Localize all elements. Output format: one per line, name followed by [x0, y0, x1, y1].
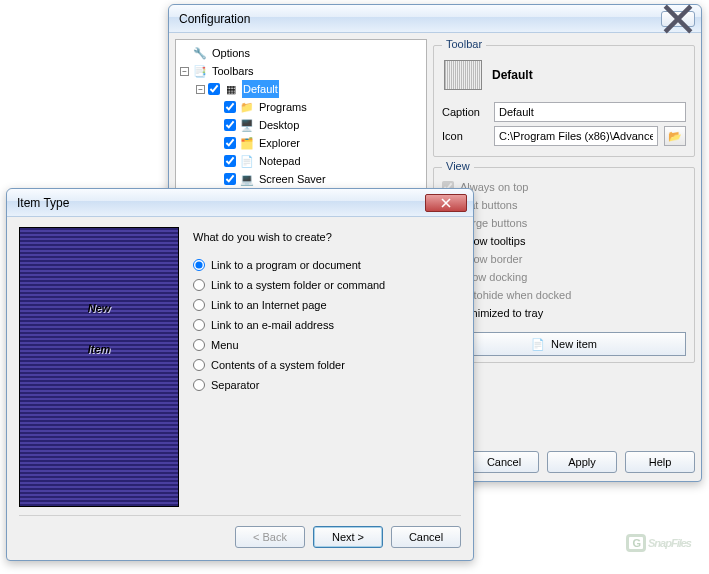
wizard-body: New Item What do you wish to create? Lin…: [7, 217, 473, 515]
radio[interactable]: [193, 259, 205, 271]
tree-checkbox[interactable]: [224, 137, 236, 149]
view-label: Autohide when docked: [460, 286, 571, 304]
radio-label: Menu: [211, 335, 239, 355]
view-flat-buttons: Flat buttons: [442, 196, 686, 214]
icon-label: Icon: [442, 130, 488, 142]
new-item-icon: 📄: [531, 338, 545, 351]
toolbar-group: Toolbar Default Caption Icon 📂: [433, 45, 695, 157]
radio[interactable]: [193, 359, 205, 371]
cancel-button[interactable]: Cancel: [469, 451, 539, 473]
watermark-text: SnapFiles: [648, 537, 691, 549]
tree-checkbox[interactable]: [224, 173, 236, 185]
toolbar-preview: Default: [442, 54, 686, 98]
radio[interactable]: [193, 279, 205, 291]
radio-label: Link to an e-mail address: [211, 315, 334, 335]
separator-line: [19, 515, 461, 516]
options-icon: 🔧: [192, 45, 208, 61]
caption-label: Caption: [442, 106, 488, 118]
desktop-icon: 🖥️: [239, 117, 255, 133]
view-min-tray[interactable]: Minimized to tray: [442, 304, 686, 322]
toolbars-icon: 📑: [192, 63, 208, 79]
toolbar-name: Default: [492, 68, 533, 82]
tree-node-toolbars[interactable]: − 📑 Toolbars: [180, 62, 424, 80]
next-button[interactable]: Next >: [313, 526, 383, 548]
tree-node-default[interactable]: − ▦ Default: [196, 80, 424, 98]
option-link-internet[interactable]: Link to an Internet page: [193, 295, 461, 315]
radio-label: Link to a program or document: [211, 255, 361, 275]
radio-label: Contents of a system folder: [211, 355, 345, 375]
folder-open-icon: 📂: [668, 130, 682, 143]
tree-label: Screen Saver: [258, 170, 327, 188]
tree-label-selected: Default: [242, 80, 279, 98]
close-icon: [662, 3, 694, 35]
option-menu[interactable]: Menu: [193, 335, 461, 355]
new-item-label: New item: [551, 338, 597, 350]
wizard-title: Item Type: [17, 196, 425, 210]
option-link-sysfolder[interactable]: Link to a system folder or command: [193, 275, 461, 295]
tree-label: Desktop: [258, 116, 300, 134]
help-button[interactable]: Help: [625, 451, 695, 473]
back-button: < Back: [235, 526, 305, 548]
new-item-button[interactable]: 📄 New item: [442, 332, 686, 356]
tree-node-options[interactable]: 🔧 Options: [180, 44, 424, 62]
apply-button[interactable]: Apply: [547, 451, 617, 473]
config-close-button[interactable]: [661, 11, 695, 27]
notepad-icon: 📄: [239, 153, 255, 169]
tree-collapse-icon[interactable]: −: [196, 85, 205, 94]
view-show-tooltips[interactable]: Show tooltips: [442, 232, 686, 250]
screensaver-icon: 💻: [239, 171, 255, 187]
banner-line: New: [88, 302, 111, 314]
tree-label: Options: [211, 44, 251, 62]
option-separator[interactable]: Separator: [193, 375, 461, 395]
view-large-buttons: Large buttons: [442, 214, 686, 232]
icon-path-input[interactable]: [494, 126, 658, 146]
tree-checkbox[interactable]: [208, 83, 220, 95]
radio-label: Link to an Internet page: [211, 295, 327, 315]
option-link-email[interactable]: Link to an e-mail address: [193, 315, 461, 335]
radio[interactable]: [193, 319, 205, 331]
cancel-button[interactable]: Cancel: [391, 526, 461, 548]
tree-checkbox[interactable]: [224, 119, 236, 131]
option-contents[interactable]: Contents of a system folder: [193, 355, 461, 375]
view-show-border: Show border: [442, 250, 686, 268]
item-type-window: Item Type New Item What do you wish to c…: [6, 188, 474, 561]
option-link-program[interactable]: Link to a program or document: [193, 255, 461, 275]
view-always-on-top: Always on top: [442, 178, 686, 196]
explorer-icon: 🗂️: [239, 135, 255, 151]
group-title: View: [442, 160, 474, 172]
radio[interactable]: [193, 339, 205, 351]
tree-label: Programs: [258, 98, 308, 116]
browse-icon-button[interactable]: 📂: [664, 126, 686, 146]
tree-node-notepad[interactable]: 📄 Notepad: [212, 152, 424, 170]
tree-node-desktop[interactable]: 🖥️ Desktop: [212, 116, 424, 134]
caption-input[interactable]: [494, 102, 686, 122]
close-icon: [441, 198, 451, 208]
tree-label: Toolbars: [211, 62, 255, 80]
tree-node-explorer[interactable]: 🗂️ Explorer: [212, 134, 424, 152]
radio[interactable]: [193, 379, 205, 391]
watermark: GSnapFiles: [626, 522, 691, 554]
tree-collapse-icon[interactable]: −: [180, 67, 189, 76]
tree-node-programs[interactable]: 📁 Programs: [212, 98, 424, 116]
radio-label: Separator: [211, 375, 259, 395]
group-title: Toolbar: [442, 38, 486, 50]
toolbar-swatch-icon: [444, 60, 482, 90]
radio[interactable]: [193, 299, 205, 311]
radio-label: Link to a system folder or command: [211, 275, 385, 295]
caption-row: Caption: [442, 102, 686, 122]
view-list: Always on top Flat buttons Large buttons…: [442, 176, 686, 322]
tree-node-screensaver[interactable]: 💻 Screen Saver: [212, 170, 424, 188]
banner-line: Item: [88, 343, 111, 355]
wizard-banner: New Item: [19, 227, 179, 507]
wizard-content: What do you wish to create? Link to a pr…: [193, 227, 461, 507]
view-autohide: Autohide when docked: [442, 286, 686, 304]
wizard-button-bar: < Back Next > Cancel: [7, 526, 473, 560]
tree-label: Explorer: [258, 134, 301, 152]
tree-checkbox[interactable]: [224, 155, 236, 167]
config-title: Configuration: [179, 12, 661, 26]
tree-checkbox[interactable]: [224, 101, 236, 113]
icon-row: Icon 📂: [442, 126, 686, 146]
config-titlebar: Configuration: [169, 5, 701, 33]
view-allow-docking: Allow docking: [442, 268, 686, 286]
wizard-close-button[interactable]: [425, 194, 467, 212]
